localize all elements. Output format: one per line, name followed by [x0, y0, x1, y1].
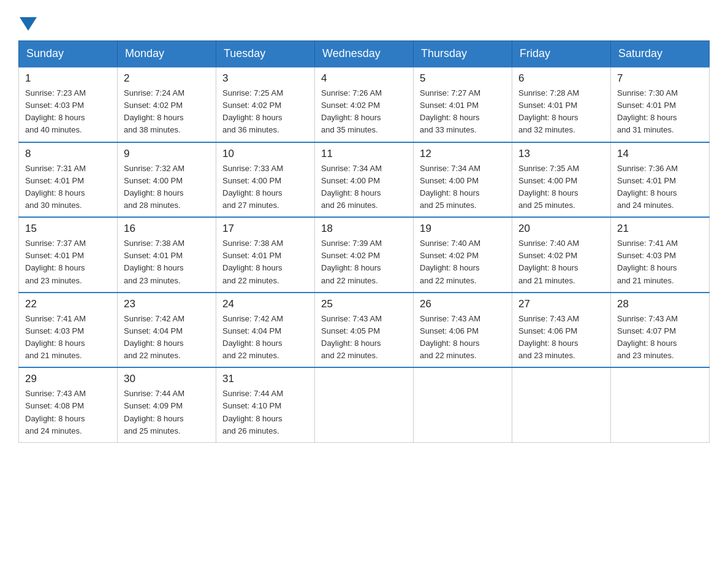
table-row: 18 Sunrise: 7:39 AM Sunset: 4:02 PM Dayl… — [315, 217, 414, 293]
table-row: 13 Sunrise: 7:35 AM Sunset: 4:00 PM Dayl… — [512, 142, 611, 218]
logo — [18, 15, 37, 29]
table-row: 23 Sunrise: 7:42 AM Sunset: 4:04 PM Dayl… — [118, 293, 216, 368]
table-row: 12 Sunrise: 7:34 AM Sunset: 4:00 PM Dayl… — [414, 142, 512, 218]
header-monday: Monday — [118, 41, 216, 67]
calendar-week-row: 15 Sunrise: 7:37 AM Sunset: 4:01 PM Dayl… — [19, 217, 710, 293]
day-number: 18 — [321, 223, 407, 235]
day-number: 23 — [124, 298, 210, 310]
table-row: 8 Sunrise: 7:31 AM Sunset: 4:01 PM Dayli… — [19, 142, 118, 218]
day-info: Sunrise: 7:44 AM Sunset: 4:09 PM Dayligh… — [124, 388, 210, 437]
table-row: 27 Sunrise: 7:43 AM Sunset: 4:06 PM Dayl… — [512, 293, 611, 368]
table-row: 15 Sunrise: 7:37 AM Sunset: 4:01 PM Dayl… — [19, 217, 118, 293]
day-number: 31 — [222, 373, 308, 385]
day-number: 5 — [420, 72, 506, 85]
page-header — [18, 15, 710, 29]
day-number: 22 — [25, 298, 111, 310]
table-row — [414, 367, 512, 442]
day-number: 1 — [25, 72, 111, 85]
day-info: Sunrise: 7:41 AM Sunset: 4:03 PM Dayligh… — [617, 237, 703, 287]
calendar-week-row: 8 Sunrise: 7:31 AM Sunset: 4:01 PM Dayli… — [19, 142, 710, 218]
header-saturday: Saturday — [611, 41, 710, 67]
day-number: 27 — [518, 298, 604, 310]
day-info: Sunrise: 7:40 AM Sunset: 4:02 PM Dayligh… — [518, 237, 604, 287]
header-wednesday: Wednesday — [315, 41, 414, 67]
day-info: Sunrise: 7:37 AM Sunset: 4:01 PM Dayligh… — [25, 237, 111, 287]
day-number: 11 — [321, 148, 407, 160]
day-number: 12 — [420, 148, 506, 160]
day-info: Sunrise: 7:43 AM Sunset: 4:06 PM Dayligh… — [518, 313, 604, 362]
day-info: Sunrise: 7:43 AM Sunset: 4:08 PM Dayligh… — [25, 388, 111, 437]
day-number: 20 — [518, 223, 604, 235]
table-row: 30 Sunrise: 7:44 AM Sunset: 4:09 PM Dayl… — [118, 367, 216, 442]
day-info: Sunrise: 7:34 AM Sunset: 4:00 PM Dayligh… — [420, 163, 506, 212]
header-tuesday: Tuesday — [216, 41, 315, 67]
header-thursday: Thursday — [414, 41, 512, 67]
table-row: 2 Sunrise: 7:24 AM Sunset: 4:02 PM Dayli… — [118, 67, 216, 142]
table-row: 28 Sunrise: 7:43 AM Sunset: 4:07 PM Dayl… — [611, 293, 710, 368]
logo-arrow-icon — [20, 17, 37, 31]
day-info: Sunrise: 7:26 AM Sunset: 4:02 PM Dayligh… — [321, 87, 407, 137]
day-info: Sunrise: 7:24 AM Sunset: 4:02 PM Dayligh… — [124, 87, 210, 137]
table-row — [315, 367, 414, 442]
day-info: Sunrise: 7:41 AM Sunset: 4:03 PM Dayligh… — [25, 313, 111, 362]
day-info: Sunrise: 7:27 AM Sunset: 4:01 PM Dayligh… — [420, 87, 506, 137]
day-info: Sunrise: 7:31 AM Sunset: 4:01 PM Dayligh… — [25, 163, 111, 212]
day-number: 19 — [420, 223, 506, 235]
table-row: 9 Sunrise: 7:32 AM Sunset: 4:00 PM Dayli… — [118, 142, 216, 218]
day-number: 3 — [222, 72, 308, 85]
day-info: Sunrise: 7:36 AM Sunset: 4:01 PM Dayligh… — [617, 163, 703, 212]
day-number: 9 — [124, 148, 210, 160]
calendar-table: Sunday Monday Tuesday Wednesday Thursday… — [18, 40, 710, 443]
day-number: 7 — [617, 72, 703, 85]
table-row: 6 Sunrise: 7:28 AM Sunset: 4:01 PM Dayli… — [512, 67, 611, 142]
table-row: 19 Sunrise: 7:40 AM Sunset: 4:02 PM Dayl… — [414, 217, 512, 293]
table-row: 4 Sunrise: 7:26 AM Sunset: 4:02 PM Dayli… — [315, 67, 414, 142]
table-row: 16 Sunrise: 7:38 AM Sunset: 4:01 PM Dayl… — [118, 217, 216, 293]
table-row: 26 Sunrise: 7:43 AM Sunset: 4:06 PM Dayl… — [414, 293, 512, 368]
table-row: 24 Sunrise: 7:42 AM Sunset: 4:04 PM Dayl… — [216, 293, 315, 368]
day-info: Sunrise: 7:38 AM Sunset: 4:01 PM Dayligh… — [222, 237, 308, 287]
day-info: Sunrise: 7:44 AM Sunset: 4:10 PM Dayligh… — [222, 388, 308, 437]
table-row: 14 Sunrise: 7:36 AM Sunset: 4:01 PM Dayl… — [611, 142, 710, 218]
day-number: 28 — [617, 298, 703, 310]
day-number: 10 — [222, 148, 308, 160]
day-info: Sunrise: 7:33 AM Sunset: 4:00 PM Dayligh… — [222, 163, 308, 212]
day-number: 4 — [321, 72, 407, 85]
day-info: Sunrise: 7:23 AM Sunset: 4:03 PM Dayligh… — [25, 87, 111, 137]
day-number: 17 — [222, 223, 308, 235]
day-info: Sunrise: 7:43 AM Sunset: 4:05 PM Dayligh… — [321, 313, 407, 362]
table-row: 20 Sunrise: 7:40 AM Sunset: 4:02 PM Dayl… — [512, 217, 611, 293]
table-row — [611, 367, 710, 442]
day-number: 24 — [222, 298, 308, 310]
table-row: 29 Sunrise: 7:43 AM Sunset: 4:08 PM Dayl… — [19, 367, 118, 442]
table-row: 5 Sunrise: 7:27 AM Sunset: 4:01 PM Dayli… — [414, 67, 512, 142]
day-number: 6 — [518, 72, 604, 85]
table-row: 25 Sunrise: 7:43 AM Sunset: 4:05 PM Dayl… — [315, 293, 414, 368]
day-info: Sunrise: 7:42 AM Sunset: 4:04 PM Dayligh… — [222, 313, 308, 362]
day-info: Sunrise: 7:42 AM Sunset: 4:04 PM Dayligh… — [124, 313, 210, 362]
calendar-week-row: 29 Sunrise: 7:43 AM Sunset: 4:08 PM Dayl… — [19, 367, 710, 442]
day-number: 15 — [25, 223, 111, 235]
table-row: 7 Sunrise: 7:30 AM Sunset: 4:01 PM Dayli… — [611, 67, 710, 142]
day-info: Sunrise: 7:32 AM Sunset: 4:00 PM Dayligh… — [124, 163, 210, 212]
day-info: Sunrise: 7:39 AM Sunset: 4:02 PM Dayligh… — [321, 237, 407, 287]
day-number: 21 — [617, 223, 703, 235]
day-info: Sunrise: 7:40 AM Sunset: 4:02 PM Dayligh… — [420, 237, 506, 287]
day-number: 2 — [124, 72, 210, 85]
day-number: 25 — [321, 298, 407, 310]
table-row: 17 Sunrise: 7:38 AM Sunset: 4:01 PM Dayl… — [216, 217, 315, 293]
day-info: Sunrise: 7:28 AM Sunset: 4:01 PM Dayligh… — [518, 87, 604, 137]
table-row: 22 Sunrise: 7:41 AM Sunset: 4:03 PM Dayl… — [19, 293, 118, 368]
table-row: 31 Sunrise: 7:44 AM Sunset: 4:10 PM Dayl… — [216, 367, 315, 442]
table-row: 3 Sunrise: 7:25 AM Sunset: 4:02 PM Dayli… — [216, 67, 315, 142]
day-info: Sunrise: 7:43 AM Sunset: 4:07 PM Dayligh… — [617, 313, 703, 362]
day-number: 30 — [124, 373, 210, 385]
day-number: 13 — [518, 148, 604, 160]
table-row: 21 Sunrise: 7:41 AM Sunset: 4:03 PM Dayl… — [611, 217, 710, 293]
day-info: Sunrise: 7:38 AM Sunset: 4:01 PM Dayligh… — [124, 237, 210, 287]
table-row — [512, 367, 611, 442]
table-row: 11 Sunrise: 7:34 AM Sunset: 4:00 PM Dayl… — [315, 142, 414, 218]
day-number: 29 — [25, 373, 111, 385]
calendar-week-row: 22 Sunrise: 7:41 AM Sunset: 4:03 PM Dayl… — [19, 293, 710, 368]
day-number: 16 — [124, 223, 210, 235]
